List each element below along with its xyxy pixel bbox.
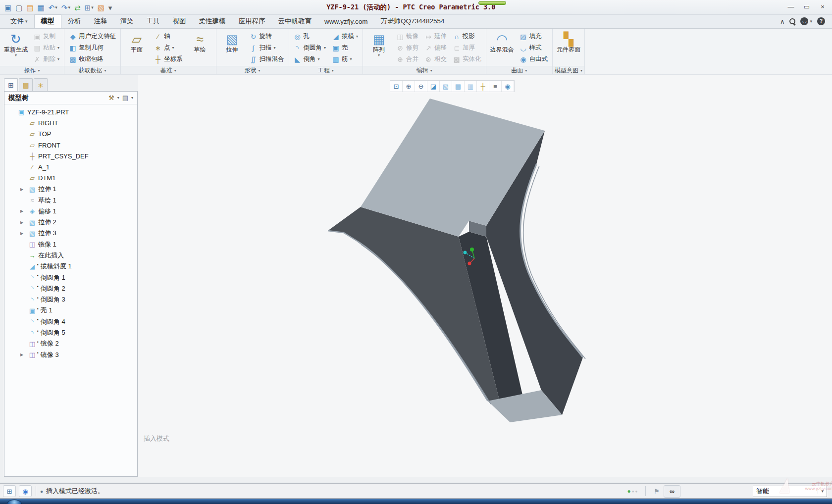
ribbon-button[interactable]: ◝ 倒圆角 ▾ bbox=[292, 43, 328, 53]
tree-item[interactable]: ▶ ◈ ▪ 偏移 1 bbox=[4, 206, 137, 217]
ribbon-button[interactable]: ┼ 坐标系 ▾ bbox=[152, 54, 185, 64]
ribbon-button[interactable]: ∕ 轴 ▾ bbox=[152, 31, 185, 42]
ribbon-button[interactable]: ∩ 投影 bbox=[451, 31, 483, 42]
tree-item[interactable]: ▶ ▱ ▪ DTM1 bbox=[4, 173, 137, 184]
graphics-toolbar-button[interactable]: ◪ bbox=[427, 81, 440, 92]
tree-item[interactable]: ▶ ▣ ▪ 壳 1 bbox=[4, 305, 137, 316]
ribbon-button[interactable]: ⊗ 相交 bbox=[422, 54, 449, 64]
tree-item[interactable]: ▶ ◫ ▪ 镜像 3 bbox=[4, 350, 137, 360]
extrude-button[interactable]: ▧ 拉伸 bbox=[219, 30, 246, 66]
boundary-blend-button[interactable]: ◠ 边界混合 bbox=[489, 30, 516, 66]
tree-item[interactable]: ▶ ┼ ▪ PRT_CSYS_DEF bbox=[4, 151, 137, 161]
status-toggle-button[interactable]: ⊞ bbox=[3, 485, 16, 497]
tree-item[interactable]: ▶ ◝ ▪ 倒圆角 5 bbox=[4, 327, 137, 338]
ribbon-tab[interactable]: 柔性建模 ▾ bbox=[193, 14, 232, 28]
ribbon-button[interactable]: ▤ 粘贴 ▾ bbox=[31, 43, 61, 53]
navigator-tab[interactable]: ▤ bbox=[19, 78, 33, 91]
ribbon-tab[interactable]: 工具 ▾ bbox=[140, 14, 166, 28]
ribbon-button[interactable]: ◆ 用户定义特征 ▾ bbox=[67, 31, 118, 42]
tree-item[interactable]: ▶ ◢ ▪ 拔模斜度 1 bbox=[4, 261, 137, 272]
resource-center-button[interactable]: ◡ ▾ bbox=[800, 17, 812, 25]
find-binoculars-button[interactable]: ∞ bbox=[664, 485, 680, 498]
maximize-button[interactable]: ▭ bbox=[800, 2, 813, 12]
tree-item[interactable]: ▶ ▣ ▪ YZF-9-21.PRT bbox=[4, 106, 137, 117]
quick-access-button[interactable]: ↶ ▾ bbox=[47, 1, 59, 13]
start-orb-icon[interactable] bbox=[7, 500, 22, 504]
ribbon-button[interactable]: ◡ 样式 ▾ bbox=[518, 43, 550, 53]
expand-arrow-icon[interactable]: ▶ bbox=[20, 220, 28, 225]
component-interface-button[interactable]: ▚ 元件界面 bbox=[555, 30, 582, 66]
navigator-tab[interactable]: ⊞ bbox=[4, 78, 18, 91]
group-label-shapes[interactable]: 形状 ▾ bbox=[216, 66, 289, 74]
expand-arrow-icon[interactable]: ▶ bbox=[20, 187, 28, 192]
expand-arrow-icon[interactable]: ▶ bbox=[20, 231, 28, 236]
group-label-surfaces[interactable]: 曲面 ▾ bbox=[486, 66, 553, 74]
tree-item[interactable]: ▶ ◝ ▪ 倒圆角 1 bbox=[4, 272, 137, 283]
ribbon-button[interactable]: ▨ 填充 ▾ bbox=[518, 31, 550, 42]
quick-access-button[interactable]: ⊞ ▾ bbox=[83, 1, 95, 13]
group-label-operations[interactable]: 操作 ▾ bbox=[0, 66, 64, 74]
ribbon-tab[interactable]: www.yzfjy.com ▾ bbox=[318, 14, 374, 28]
minimize-button[interactable]: — bbox=[784, 2, 797, 12]
ribbon-button[interactable]: ✗ 删除 ▾ bbox=[31, 54, 61, 64]
ribbon-tab[interactable]: 渲染 ▾ bbox=[114, 14, 140, 28]
navigator-tab[interactable]: ∗ bbox=[34, 78, 48, 91]
ribbon-button[interactable]: ⊘ 修剪 bbox=[394, 43, 420, 53]
quick-access-button[interactable]: ↷ ▾ bbox=[60, 1, 72, 13]
graphics-toolbar-button[interactable]: ◉ bbox=[502, 81, 514, 92]
windows-taskbar[interactable] bbox=[0, 499, 832, 504]
chevron-down-icon[interactable]: ▾ bbox=[131, 96, 133, 100]
tree-settings-icon[interactable]: ▤ bbox=[122, 94, 128, 101]
graphics-toolbar-button[interactable]: ▥ bbox=[465, 81, 477, 92]
ribbon-button[interactable]: ↦ 延伸 bbox=[422, 31, 449, 42]
status-toggle-button[interactable]: ◉ bbox=[19, 485, 32, 497]
group-label-get-data[interactable]: 获取数据 ▾ bbox=[64, 66, 120, 74]
ribbon-tab[interactable]: 应用程序 ▾ bbox=[232, 14, 272, 28]
group-label-model-intent[interactable]: 模型意图 ▾ bbox=[553, 66, 584, 74]
graphics-toolbar-button[interactable]: ⊕ bbox=[403, 81, 415, 92]
ribbon-button[interactable]: ↗ 偏移 bbox=[422, 43, 449, 53]
group-label-datum[interactable]: 基准 ▾ bbox=[121, 66, 216, 74]
tree-item[interactable]: ▶ ▱ ▪ FRONT bbox=[4, 140, 137, 151]
tree-item[interactable]: ▶ ▧ ▪ 拉伸 2 bbox=[4, 217, 137, 228]
graphics-toolbar-button[interactable]: ⊡ bbox=[390, 81, 403, 92]
tree-item[interactable]: ▶ ∕ ▪ A_1 bbox=[4, 161, 137, 172]
ribbon-tab[interactable]: 注释 ▾ bbox=[88, 14, 114, 28]
quick-access-button[interactable]: ▣ ▾ bbox=[3, 1, 13, 13]
tree-item[interactable]: ▶ ▧ ▪ 拉伸 1 bbox=[4, 184, 137, 195]
ribbon-button[interactable]: ⊏ 加厚 bbox=[451, 43, 483, 53]
sketch-button[interactable]: ≈ 草绘 bbox=[187, 30, 213, 66]
tree-item[interactable]: ▶ → ▪ 在此插入 bbox=[4, 250, 137, 261]
ribbon-button[interactable]: ∬ 扫描混合 ▾ bbox=[248, 54, 286, 64]
quick-access-button[interactable]: ▧ ▾ bbox=[96, 1, 106, 13]
expand-arrow-icon[interactable]: ▶ bbox=[20, 353, 28, 357]
graphics-toolbar-button[interactable]: ▤ bbox=[452, 81, 465, 92]
ribbon-button[interactable]: ▣ 复制 ▾ bbox=[31, 31, 61, 42]
regenerate-button[interactable]: ↻ 重新生成 ▾ bbox=[2, 30, 29, 66]
tree-item[interactable]: ▶ ▧ ▪ 拉伸 3 bbox=[4, 228, 137, 239]
quick-access-button[interactable]: ▦ ▾ bbox=[36, 1, 46, 13]
ribbon-button[interactable]: ◉ 自由式 ▾ bbox=[518, 54, 550, 64]
ribbon-button[interactable]: ⊕ 合并 bbox=[394, 54, 420, 64]
graphics-toolbar-button[interactable]: ┼ bbox=[477, 81, 489, 92]
ribbon-tab[interactable]: 模型 ▾ bbox=[34, 14, 61, 28]
tree-item[interactable]: ▶ ◫ ▪ 镜像 2 bbox=[4, 338, 137, 349]
ribbon-button[interactable]: ∗ 点 ▾ bbox=[152, 43, 185, 53]
ribbon-tab[interactable]: 分析 ▾ bbox=[61, 14, 88, 28]
quick-access-button[interactable]: ▾ ▾ bbox=[107, 1, 114, 13]
ribbon-button[interactable]: ∫ 扫描 ▾ bbox=[248, 43, 286, 53]
tree-item[interactable]: ▶ ▱ ▪ RIGHT bbox=[4, 117, 137, 128]
tree-item[interactable]: ▶ ◝ ▪ 倒圆角 3 bbox=[4, 294, 137, 305]
model-yzf-9-21[interactable] bbox=[138, 75, 832, 477]
tree-item[interactable]: ▶ ◝ ▪ 倒圆角 2 bbox=[4, 283, 137, 294]
ribbon-tab[interactable]: 视图 ▾ bbox=[166, 14, 193, 28]
graphics-toolbar-button[interactable]: ⊖ bbox=[415, 81, 427, 92]
ribbon-button[interactable]: ▩ 收缩包络 ▾ bbox=[67, 54, 118, 64]
ribbon-button[interactable]: ▣ 壳 ▾ bbox=[330, 43, 360, 53]
quick-access-button[interactable]: ⇄ ▾ bbox=[73, 1, 82, 13]
tree-item[interactable]: ▶ ◫ ▪ 镜像 1 bbox=[4, 239, 137, 250]
plane-button[interactable]: ▱ 平面 bbox=[123, 30, 150, 66]
quick-access-button[interactable]: ▢ ▾ bbox=[14, 1, 24, 13]
tree-item[interactable]: ▶ ◝ ▪ 倒圆角 4 bbox=[4, 316, 137, 327]
graphics-toolbar-button[interactable]: ≡ bbox=[489, 81, 502, 92]
